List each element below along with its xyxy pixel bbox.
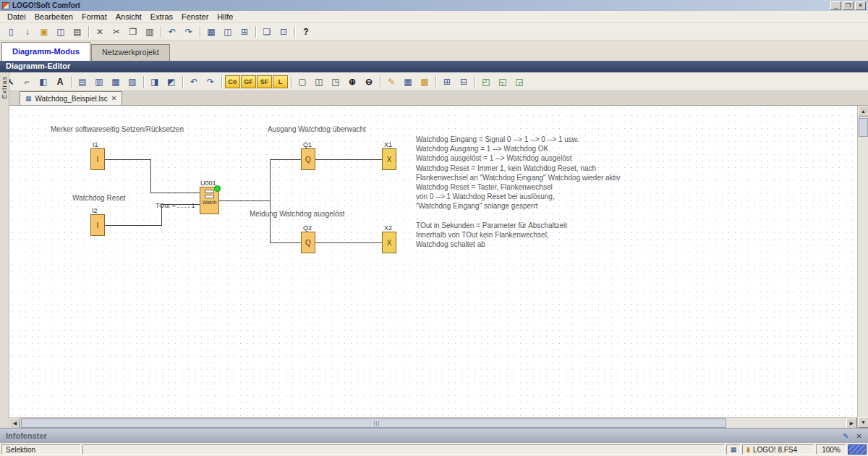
auto-align-button[interactable]: ◨ xyxy=(147,75,163,89)
annotation-reset[interactable]: Watchdog Reset xyxy=(72,194,126,202)
marker-tool-button[interactable]: ◧ xyxy=(35,75,51,89)
window-split-a-button[interactable]: ◰ xyxy=(478,75,494,89)
menu-extras[interactable]: Extras xyxy=(146,12,177,22)
grid-button[interactable]: ▦ xyxy=(400,75,416,89)
block-i1[interactable]: I xyxy=(90,148,105,170)
print-button[interactable]: ▤ xyxy=(69,25,85,39)
reference-button[interactable]: ⊞ xyxy=(439,75,455,89)
align-vertical-button[interactable]: ▧ xyxy=(124,75,140,89)
block-x1[interactable]: X xyxy=(382,148,396,170)
gf-palette-label: GF xyxy=(244,78,253,85)
resize-grip[interactable] xyxy=(848,444,867,455)
toolbar-separator xyxy=(71,76,72,88)
redo-icon: ↷ xyxy=(185,27,192,37)
text-tool-icon: A xyxy=(57,77,64,87)
minimize-button[interactable]: _ xyxy=(830,1,841,10)
block-q2[interactable]: Q xyxy=(301,232,315,253)
overview-button[interactable]: ◳ xyxy=(328,75,344,89)
horizontal-scrollbar[interactable]: ◀ ▶ xyxy=(9,417,857,428)
block-label-q2: Q2 xyxy=(303,224,312,232)
annotation-marker[interactable]: Merker softwareseitig Setzen/Rücksetzen xyxy=(51,125,184,133)
document-tab[interactable]: ▦ Watchdog_Beispiel.lsc ✕ xyxy=(20,91,122,105)
vertical-scroll-thumb[interactable] xyxy=(859,118,868,137)
spacing-button[interactable]: ◩ xyxy=(163,75,179,89)
spacing-icon: ◩ xyxy=(167,77,175,87)
close-button[interactable]: ✕ xyxy=(855,1,866,10)
co-palette-button[interactable]: Co xyxy=(225,75,240,88)
menu-bearbeiten[interactable]: Bearbeiten xyxy=(30,12,77,22)
gf-palette-button[interactable]: GF xyxy=(241,75,256,88)
page-layout-button[interactable]: ▢ xyxy=(294,75,310,89)
annotation-output[interactable]: Ausgang Watchdog überwacht xyxy=(268,125,366,133)
zoom-out-button[interactable]: ⊖ xyxy=(361,75,377,89)
properties-button[interactable]: ⊡ xyxy=(276,25,292,39)
redo-button[interactable]: ↷ xyxy=(181,25,197,39)
split-view-button[interactable]: ◫ xyxy=(311,75,327,89)
open-button[interactable]: ▣ xyxy=(36,25,52,39)
maximize-button[interactable]: ❒ xyxy=(843,1,854,10)
block-q1[interactable]: Q xyxy=(301,148,315,170)
align-bottom-button[interactable]: ▥ xyxy=(91,75,107,89)
window-split-c-icon: ◲ xyxy=(515,77,523,87)
edit-icon[interactable]: ✎ xyxy=(843,432,848,440)
menu-hilfe[interactable]: Hilfe xyxy=(213,12,237,22)
text-tool-button[interactable]: A xyxy=(52,75,68,89)
vertical-scrollbar[interactable]: ▲ ▼ xyxy=(857,106,868,428)
connect-tool-button[interactable]: ⌐ xyxy=(19,75,35,89)
split-view-icon: ◫ xyxy=(315,77,323,87)
window-split-c-button[interactable]: ◲ xyxy=(511,75,527,89)
document-close-icon[interactable]: ✕ xyxy=(111,95,117,102)
horizontal-scroll-thumb[interactable] xyxy=(21,418,726,428)
pencil-button[interactable]: ✎ xyxy=(383,75,399,89)
help-button[interactable]: ? xyxy=(298,25,314,39)
delete-button[interactable]: ✕ xyxy=(92,25,108,39)
label-tool-button[interactable]: ⊟ xyxy=(456,75,472,89)
extras-panel-tab[interactable]: Extras xyxy=(0,72,9,428)
save-button[interactable]: ◫ xyxy=(53,25,69,39)
window-cascade-button[interactable]: ❏ xyxy=(259,25,275,39)
block-u001[interactable]: Watch xyxy=(200,187,219,214)
copy-button[interactable]: ❐ xyxy=(125,25,141,39)
tab-diagramm-modus[interactable]: Diagramm-Modus xyxy=(1,42,90,61)
scroll-left-icon[interactable]: ◀ xyxy=(9,418,20,428)
cut-button[interactable]: ✂ xyxy=(109,25,124,39)
annotation-message[interactable]: Meldung Watchdog ausgelöst xyxy=(250,210,344,218)
scroll-down-icon[interactable]: ▼ xyxy=(858,417,868,428)
paste-icon: ▥ xyxy=(145,27,153,37)
menu-ansicht[interactable]: Ansicht xyxy=(111,12,146,22)
undo-icon: ↶ xyxy=(169,27,176,37)
network-project-button[interactable]: ▦ xyxy=(203,25,219,39)
parameter-tout[interactable]: TOut = 1 xyxy=(156,202,195,209)
zoom-in-button[interactable]: ⊕ xyxy=(344,75,360,89)
align-top-button[interactable]: ▤ xyxy=(75,75,90,89)
paste-button[interactable]: ▥ xyxy=(142,25,158,39)
sf-palette-button[interactable]: SF xyxy=(257,75,272,88)
comment-text[interactable]: Watchdog Eingang = Signal 0 --> 1 --> 0 … xyxy=(416,135,621,249)
compare-button[interactable]: ◫ xyxy=(220,25,236,39)
diagram-canvas[interactable]: Merker softwareseitig Setzen/Rücksetzen … xyxy=(9,106,857,417)
info-panel-header[interactable]: Infofenster ✎ ✕ xyxy=(0,428,868,443)
l-palette-button[interactable]: L xyxy=(273,75,288,88)
transfer-button[interactable]: ↓ xyxy=(20,25,35,39)
menu-format[interactable]: Format xyxy=(77,12,111,22)
block-i2[interactable]: I xyxy=(90,214,105,236)
align-horizontal-button[interactable]: ▦ xyxy=(108,75,124,89)
editor-undo-button[interactable]: ↶ xyxy=(186,75,202,89)
menubar: Datei Bearbeiten Format Ansicht Extras F… xyxy=(0,11,868,23)
scroll-right-icon[interactable]: ▶ xyxy=(846,418,857,428)
editor-redo-button[interactable]: ↷ xyxy=(203,75,218,89)
compare-icon: ◫ xyxy=(224,27,231,37)
connector-icon: ⌐ xyxy=(24,77,29,87)
block-label-x1: X1 xyxy=(384,141,392,148)
info-close-icon[interactable]: ✕ xyxy=(856,432,862,440)
new-file-button[interactable]: ▯ xyxy=(3,25,19,39)
scroll-up-icon[interactable]: ▲ xyxy=(858,106,868,117)
menu-datei[interactable]: Datei xyxy=(3,12,30,22)
window-split-b-button[interactable]: ◱ xyxy=(495,75,511,89)
menu-fenster[interactable]: Fenster xyxy=(177,12,213,22)
snap-grid-button[interactable]: ▩ xyxy=(417,75,433,89)
convert-button[interactable]: ⊞ xyxy=(237,25,252,39)
tab-netzwerkprojekt[interactable]: Netzwerkprojekt xyxy=(91,44,170,61)
undo-button[interactable]: ↶ xyxy=(164,25,180,39)
block-x2[interactable]: X xyxy=(382,232,396,253)
